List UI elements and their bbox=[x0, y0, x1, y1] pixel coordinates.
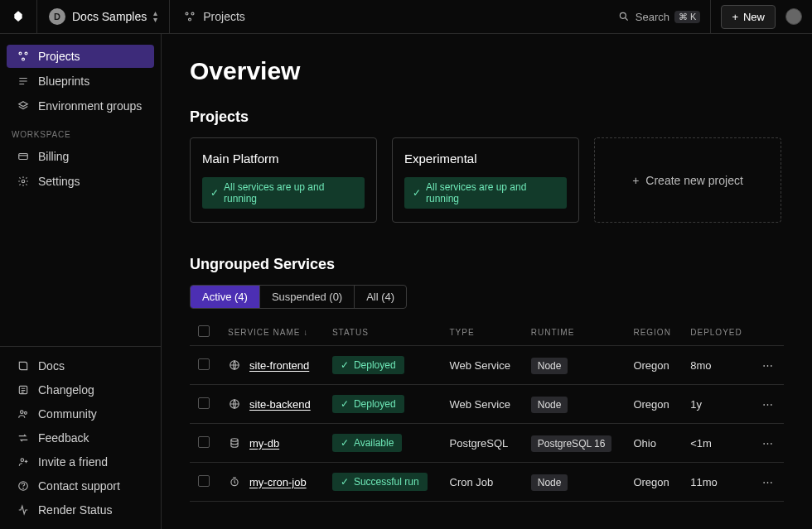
service-type: Web Service bbox=[442, 346, 523, 385]
service-deployed: 1y bbox=[682, 385, 754, 424]
row-checkbox[interactable] bbox=[198, 436, 210, 448]
project-status-badge: ✓ All services are up and running bbox=[404, 177, 567, 209]
filter-tab-suspended[interactable]: Suspended (0) bbox=[260, 286, 355, 308]
svg-point-8 bbox=[22, 180, 25, 183]
project-status-badge: ✓ All services are up and running bbox=[202, 177, 365, 209]
sidebar-item-billing[interactable]: Billing bbox=[7, 145, 154, 168]
project-card-title: Experimental bbox=[404, 151, 567, 166]
plus-icon: + bbox=[732, 11, 738, 23]
project-card-title: Main Platform bbox=[202, 151, 365, 166]
main-content: Overview Projects Main Platform ✓ All se… bbox=[162, 34, 812, 529]
gear-icon bbox=[17, 175, 30, 188]
col-status: STATUS bbox=[324, 319, 442, 346]
col-name[interactable]: SERVICE NAME ↓ bbox=[220, 319, 324, 346]
row-checkbox[interactable] bbox=[198, 358, 210, 370]
row-checkbox[interactable] bbox=[198, 397, 210, 409]
sidebar-item-envgroups[interactable]: Environment groups bbox=[7, 94, 154, 118]
sidebar-item-settings[interactable]: Settings bbox=[7, 170, 154, 193]
sidebar-item-support[interactable]: Contact support bbox=[7, 474, 154, 498]
create-project-label: Create new project bbox=[645, 174, 743, 187]
table-row: site-backend ✓Deployed Web Service Node … bbox=[190, 385, 784, 424]
svg-point-12 bbox=[21, 459, 24, 462]
new-button[interactable]: + New bbox=[721, 5, 776, 29]
sidebar-item-changelog[interactable]: Changelog bbox=[7, 378, 154, 402]
search-button[interactable]: Search ⌘ K bbox=[617, 10, 701, 23]
sidebar-item-feedback[interactable]: Feedback bbox=[7, 426, 154, 450]
check-icon: ✓ bbox=[341, 398, 349, 410]
svg-point-6 bbox=[22, 58, 25, 60]
svg-point-0 bbox=[186, 12, 188, 15]
service-link[interactable]: site-frontend bbox=[249, 359, 309, 372]
sidebar-item-status[interactable]: Render Status bbox=[7, 498, 154, 522]
app-logo[interactable] bbox=[0, 0, 37, 34]
sidebar-item-blueprints[interactable]: Blueprints bbox=[7, 70, 154, 93]
clock-icon bbox=[228, 475, 241, 488]
page-title: Overview bbox=[190, 57, 784, 85]
sidebar: Projects Blueprints Environment groups W… bbox=[0, 34, 162, 529]
row-menu-button[interactable]: ⋯ bbox=[762, 476, 775, 488]
project-card[interactable]: Main Platform ✓ All services are up and … bbox=[190, 137, 377, 223]
service-region: Oregon bbox=[625, 346, 682, 385]
row-checkbox[interactable] bbox=[198, 475, 210, 487]
col-deployed: DEPLOYED bbox=[682, 319, 754, 346]
service-type: Cron Job bbox=[442, 463, 523, 502]
projects-icon bbox=[17, 50, 30, 63]
project-card[interactable]: Experimental ✓ All services are up and r… bbox=[392, 137, 579, 223]
row-menu-button[interactable]: ⋯ bbox=[762, 398, 775, 411]
sidebar-item-invite[interactable]: Invite a friend bbox=[7, 450, 154, 474]
filter-tabs: Active (4) Suspended (0) All (4) bbox=[190, 285, 407, 309]
breadcrumb-label: Projects bbox=[203, 10, 245, 23]
sidebar-item-label: Blueprints bbox=[38, 75, 89, 88]
check-icon: ✓ bbox=[341, 359, 349, 371]
select-all-checkbox[interactable] bbox=[198, 325, 210, 337]
sidebar-item-docs[interactable]: Docs bbox=[7, 354, 154, 378]
svg-point-10 bbox=[21, 411, 24, 414]
status-badge: ✓Deployed bbox=[332, 356, 404, 374]
sidebar-item-projects[interactable]: Projects bbox=[7, 45, 154, 68]
col-region: REGION bbox=[625, 319, 682, 346]
card-icon bbox=[17, 150, 30, 163]
check-icon: ✓ bbox=[210, 187, 219, 199]
sidebar-item-label: Feedback bbox=[38, 431, 89, 445]
svg-point-5 bbox=[25, 52, 27, 55]
svg-point-1 bbox=[191, 12, 194, 15]
svg-point-17 bbox=[231, 439, 238, 442]
search-label: Search bbox=[636, 11, 669, 23]
service-link[interactable]: my-cron-job bbox=[249, 476, 307, 488]
user-plus-icon bbox=[17, 455, 30, 469]
svg-rect-7 bbox=[19, 154, 28, 160]
user-avatar[interactable] bbox=[785, 8, 802, 25]
svg-point-14 bbox=[23, 488, 24, 489]
sidebar-item-label: Render Status bbox=[38, 503, 113, 517]
sidebar-item-community[interactable]: Community bbox=[7, 402, 154, 426]
col-runtime: RUNTIME bbox=[523, 319, 626, 346]
service-link[interactable]: site-backend bbox=[249, 398, 311, 411]
workspace-switcher[interactable]: D Docs Samples ▴▾ bbox=[37, 0, 170, 34]
chevron-updown-icon: ▴▾ bbox=[153, 10, 157, 23]
svg-point-3 bbox=[620, 12, 626, 18]
row-menu-button[interactable]: ⋯ bbox=[762, 359, 775, 372]
people-icon bbox=[17, 407, 30, 421]
status-badge: ✓Successful run bbox=[332, 473, 428, 491]
new-button-label: New bbox=[743, 11, 765, 23]
table-row: site-frontend ✓Deployed Web Service Node… bbox=[190, 346, 784, 385]
globe-icon bbox=[228, 358, 241, 372]
plus-icon: + bbox=[632, 174, 639, 187]
table-row: my-cron-job ✓Successful run Cron Job Nod… bbox=[190, 463, 784, 502]
filter-tab-all[interactable]: All (4) bbox=[355, 286, 406, 308]
sidebar-item-label: Community bbox=[38, 407, 97, 421]
workspace-avatar: D bbox=[49, 8, 65, 25]
svg-point-11 bbox=[24, 411, 27, 414]
ungrouped-heading: Ungrouped Services bbox=[190, 256, 784, 273]
sidebar-section-workspace: WORKSPACE bbox=[0, 118, 161, 144]
projects-section-heading: Projects bbox=[190, 108, 784, 126]
filter-tab-active[interactable]: Active (4) bbox=[191, 286, 260, 308]
row-menu-button[interactable]: ⋯ bbox=[762, 437, 775, 450]
list-icon bbox=[17, 383, 30, 397]
sidebar-item-label: Invite a friend bbox=[38, 455, 108, 469]
service-region: Ohio bbox=[625, 424, 682, 463]
create-project-button[interactable]: + Create new project bbox=[594, 137, 781, 223]
sidebar-item-label: Docs bbox=[38, 359, 65, 373]
status-badge: ✓Deployed bbox=[332, 395, 404, 413]
service-link[interactable]: my-db bbox=[249, 437, 279, 450]
